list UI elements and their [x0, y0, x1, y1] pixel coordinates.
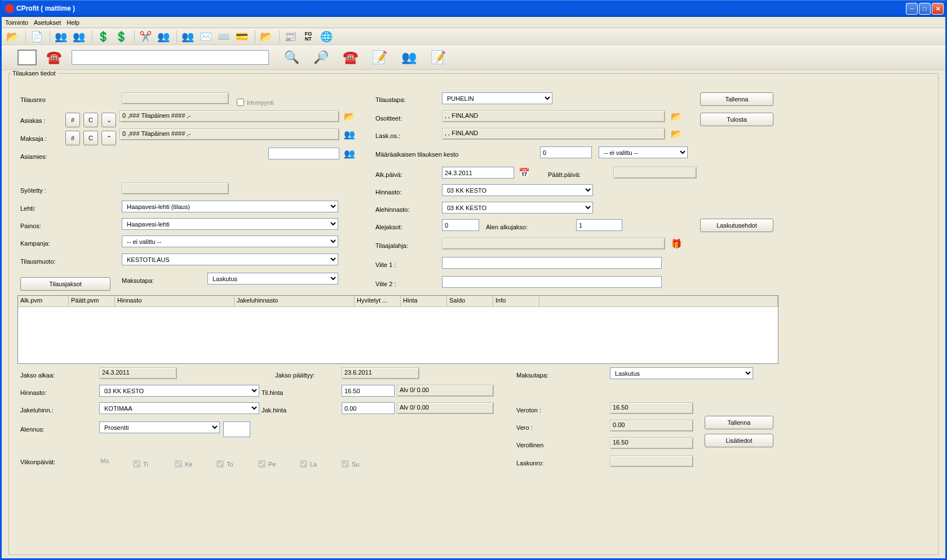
asiakas-folder-icon[interactable]: 📂 [342, 110, 357, 122]
laskos-display: , , FINLAND [442, 128, 665, 140]
asiamies-field[interactable] [268, 148, 339, 159]
hinnasto-select[interactable]: 03 KK KESTO [442, 184, 593, 196]
laskutusehdot-button[interactable]: Laskutusehdot [700, 219, 773, 232]
label-maaraaika: Määräaikaisen tilauksen kesto [375, 151, 458, 158]
alehinnasto-select[interactable]: 03 KK KESTO [442, 202, 593, 214]
table-body[interactable] [18, 307, 778, 363]
tb-people2-icon[interactable]: 👥 [72, 30, 86, 43]
kampanja-select[interactable]: -- ei valittu -- [122, 235, 338, 247]
th-saldo[interactable]: Saldo [447, 296, 493, 306]
chk-ma[interactable]: Ma [99, 457, 109, 464]
tb-open-icon[interactable]: 📂 [5, 30, 20, 43]
tallenna-button[interactable]: Tallenna [700, 92, 773, 106]
alejaksot-field[interactable] [442, 219, 479, 231]
lehti-select[interactable]: Haapavesi-lehti (tilaus) [122, 201, 338, 212]
chk-ke[interactable]: Ke [172, 457, 192, 468]
chk-pe[interactable]: Pe [256, 457, 276, 468]
maksutapa2-select[interactable]: Laskutus [610, 367, 753, 379]
alennus-select[interactable]: Prosentti [99, 421, 220, 433]
maksaja-hash-button[interactable]: # [65, 131, 80, 145]
th-alkpvm[interactable]: Alk.pvm [18, 296, 69, 306]
asiakas-c-button[interactable]: C [83, 113, 98, 127]
tilaustapa-select[interactable]: PUHELIN [442, 92, 552, 104]
th-hinta[interactable]: Hinta [401, 296, 447, 306]
menu-asetukset[interactable]: Asetukset [34, 19, 61, 26]
asiakas-hash-button[interactable]: # [65, 113, 80, 127]
tb-keyboard-icon[interactable]: ⌨️ [216, 30, 231, 43]
tb-people1-icon[interactable]: 👥 [54, 30, 68, 43]
label-maksutapa2: Maksutapa: [516, 372, 548, 379]
tilhinta-field[interactable] [342, 385, 395, 397]
tb2-people-search-icon[interactable]: 👥 [397, 49, 420, 66]
tb-web-icon[interactable]: 🌐 [319, 30, 334, 43]
alkpaiva-field[interactable] [442, 167, 514, 179]
viite1-field[interactable] [442, 257, 662, 269]
tb-doc-icon[interactable]: 📄 [29, 30, 44, 43]
tulosta-button[interactable]: Tulosta [700, 113, 773, 126]
th-jakeluhinnasto[interactable]: Jakeluhinnasto [234, 296, 355, 306]
maksaja-people-icon[interactable]: 👥 [342, 128, 357, 140]
th-hyvitetyt[interactable]: Hyvitetyt ... [355, 296, 401, 306]
osoitteet-folder-icon[interactable]: 📂 [669, 110, 684, 122]
tilausjaksot-button[interactable]: Tilausjaksot [20, 277, 110, 291]
tb-money1-icon[interactable]: 💲 [96, 30, 110, 43]
tb2-search-123-icon[interactable]: 🔎 [309, 49, 332, 66]
maximize-button[interactable]: □ [919, 3, 931, 15]
tb-scissors-icon[interactable]: ✂️ [138, 30, 153, 43]
jaksot-table: Alk.pvm Päätt.pvm Hinnasto Jakeluhinnast… [17, 295, 778, 364]
maaraaika-unit-select[interactable]: -- ei valittu -- [599, 146, 688, 158]
tb2-screen-icon[interactable] [17, 50, 37, 65]
chk-la[interactable]: La [298, 457, 317, 468]
tb-card-icon[interactable]: 💳 [234, 30, 249, 43]
tb-group-icon[interactable]: 👥 [180, 30, 195, 43]
tb-news-icon[interactable]: 📰 [283, 30, 298, 43]
gift-icon[interactable]: 🎁 [669, 238, 684, 250]
label-jakeluhinn: Jakeluhinn.: [20, 407, 54, 414]
maksaja-c-button[interactable]: C [83, 131, 98, 145]
tb2-phone2-icon[interactable]: ☎️ [339, 49, 361, 66]
jakhinta-field[interactable] [342, 402, 395, 414]
irtomyynti-checkbox[interactable]: Irtomyynti [234, 96, 274, 106]
tb-folder2-icon[interactable]: 📂 [259, 30, 273, 43]
tilausmuoto-select[interactable]: KESTOTILAUS [122, 254, 338, 265]
calendar-icon[interactable]: 📅 [516, 167, 532, 179]
jakeluhinn-select[interactable]: KOTIMAA [99, 402, 259, 414]
asiamies-people-icon[interactable]: 👥 [342, 148, 357, 159]
laskos-folder-icon[interactable]: 📂 [669, 128, 684, 140]
alennus-value-field[interactable] [223, 421, 250, 437]
tb2-phone-icon[interactable]: ☎️ [42, 49, 65, 66]
menu-help[interactable]: Help [67, 19, 79, 26]
close-button[interactable]: ✕ [932, 3, 944, 15]
menu-toiminto[interactable]: Toiminto [5, 19, 28, 26]
tb2-search-abc-icon[interactable]: 🔍 [280, 49, 303, 66]
alen-alkujakso-field[interactable] [576, 219, 622, 231]
maksutapa-select[interactable]: Laskutus [207, 273, 338, 285]
chk-ti[interactable]: Ti [131, 457, 148, 468]
th-info[interactable]: Info [493, 296, 539, 306]
tb2-note-money-icon[interactable]: 📝 [427, 49, 449, 66]
search-input[interactable] [72, 50, 269, 65]
painos-select[interactable]: Haapavesi-lehti [122, 218, 338, 230]
tilausnro-field[interactable] [122, 92, 229, 104]
label-tilaajalahja: Tilaajalahja: [375, 242, 408, 249]
chk-to[interactable]: To [214, 457, 233, 468]
viite2-field[interactable] [442, 276, 662, 288]
label-viite1: Viite 1 : [375, 261, 396, 268]
label-veroton: Veroton : [516, 407, 541, 414]
tb-mail-icon[interactable]: ✉️ [198, 30, 213, 43]
minimize-button[interactable]: ─ [906, 3, 918, 15]
tallenna2-button[interactable]: Tallenna [705, 416, 773, 429]
th-hinnasto[interactable]: Hinnasto [115, 296, 234, 306]
maaraaika-value[interactable] [540, 146, 592, 158]
lisatiedot-button[interactable]: Lisätiedot [705, 434, 773, 447]
asiakas-down-button[interactable]: ⌄ [101, 113, 116, 127]
maksaja-display: 0 ,### Tilapäinen #### ,- [120, 128, 339, 140]
maksaja-up-button[interactable]: ⌃ [101, 131, 116, 145]
chk-su[interactable]: Su [339, 457, 359, 468]
tb2-note-icon[interactable]: 📝 [368, 49, 391, 66]
hinnasto2-select[interactable]: 03 KK KESTO [99, 385, 259, 397]
tb-font-icon[interactable]: FONT [301, 30, 316, 43]
th-paattpvm[interactable]: Päätt.pvm [69, 296, 115, 306]
tb-people3-icon[interactable]: 👥 [156, 30, 171, 43]
tb-money2-icon[interactable]: 💲 [114, 30, 129, 43]
